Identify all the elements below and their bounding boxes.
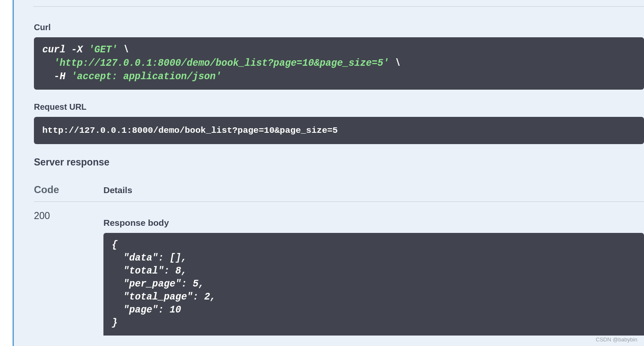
details-column-header: Details — [103, 185, 132, 195]
json-perpage-comma: , — [198, 279, 204, 289]
curl-line2-indent — [42, 58, 54, 69]
request-url-block[interactable]: http://127.0.0.1:8000/demo/book_list?pag… — [34, 117, 644, 144]
code-column-header: Code — [34, 184, 59, 195]
json-data-key: "data" — [112, 253, 158, 263]
json-page-val: 10 — [170, 305, 181, 315]
json-data-comma: , — [181, 253, 187, 263]
response-status-code: 200 — [34, 209, 103, 222]
response-body-block[interactable]: { "data": [], "total": 8, "per_page": 5,… — [103, 233, 644, 336]
json-close: } — [112, 318, 118, 328]
curl-header: 'accept: application/json' — [71, 71, 222, 82]
response-row: 200 Response body { "data": [], "total":… — [34, 209, 644, 336]
curl-line1-prefix: curl -X — [42, 44, 88, 55]
json-total-key: "total" — [112, 266, 164, 276]
response-header-row: Code Details — [34, 184, 644, 202]
json-total-val: 8 — [175, 266, 181, 276]
json-perpage-key: "per_page" — [112, 279, 181, 289]
json-totalpage-colon: : — [193, 292, 204, 302]
curl-section-label: Curl — [34, 23, 644, 32]
json-open: { — [112, 240, 118, 250]
json-data-val: [] — [170, 253, 181, 263]
response-body-label: Response body — [103, 218, 644, 228]
json-total-colon: : — [164, 266, 175, 276]
json-totalpage-comma: , — [210, 292, 216, 302]
request-url-section-label: Request URL — [34, 102, 644, 112]
json-total-comma: , — [181, 266, 187, 276]
json-perpage-colon: : — [181, 279, 193, 289]
json-totalpage-key: "total_page" — [112, 292, 193, 302]
curl-url: 'http://127.0.0.1:8000/demo/book_list?pa… — [54, 58, 389, 69]
server-response-section-label: Server response — [34, 157, 644, 168]
curl-line1-suffix: \ — [117, 44, 129, 55]
curl-line3-prefix: -H — [42, 71, 71, 82]
json-totalpage-val: 2 — [204, 292, 210, 302]
swagger-response-panel: Curl curl -X 'GET' \ 'http://127.0.0.1:8… — [13, 0, 644, 346]
json-data-colon: : — [158, 253, 170, 263]
watermark: CSDN @babybin — [596, 336, 637, 343]
json-perpage-val: 5 — [193, 279, 198, 289]
json-page-key: "page" — [112, 305, 158, 315]
curl-line2-suffix: \ — [389, 58, 401, 69]
top-divider — [33, 6, 644, 7]
request-url-value: http://127.0.0.1:8000/demo/book_list?pag… — [42, 126, 338, 135]
response-details: Response body { "data": [], "total": 8, … — [103, 209, 644, 336]
json-page-colon: : — [158, 305, 170, 315]
curl-command-block[interactable]: curl -X 'GET' \ 'http://127.0.0.1:8000/d… — [34, 37, 644, 90]
curl-method: 'GET' — [88, 44, 117, 55]
